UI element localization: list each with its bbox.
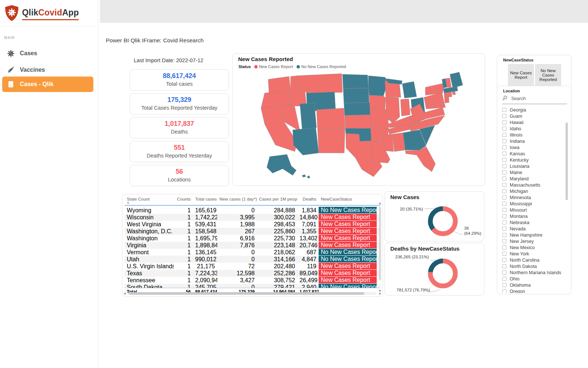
checkbox[interactable] (502, 252, 506, 256)
table-row[interactable]: Virginia11,898,8497,876223,14820,746New … (125, 242, 380, 249)
location-item-new-jersey[interactable]: New Jersey (502, 238, 568, 244)
checkbox[interactable] (502, 289, 506, 293)
map-state-indiana[interactable] (401, 99, 410, 116)
checkbox[interactable] (502, 120, 506, 124)
location-item-north-dakota[interactable]: North Dakota (502, 263, 568, 269)
column-header[interactable]: Counts (174, 196, 193, 202)
checkbox[interactable] (502, 195, 506, 199)
location-item-oklahoma[interactable]: Oklahoma (502, 282, 568, 288)
table-header-row[interactable]: State Count▼CountsTotal casesNew cases (… (125, 196, 380, 206)
checkbox[interactable] (502, 202, 506, 206)
map-state-south-dakota[interactable] (343, 88, 369, 103)
column-header[interactable]: Cases per 1M people (257, 196, 297, 202)
checkbox[interactable] (502, 177, 506, 181)
table-row[interactable]: U.S. Virgin Islands121,17572202,480119Ne… (125, 263, 380, 270)
table-row[interactable]: Texas17,224,33212,598252,28689,049New Ca… (125, 270, 380, 277)
checkbox[interactable] (502, 245, 506, 250)
scroll-up-icon[interactable] (379, 202, 381, 204)
sidebar-item-cases[interactable]: Cases (2, 47, 93, 60)
location-item-kansas[interactable]: Kansas (502, 151, 568, 157)
checkbox[interactable] (502, 139, 506, 143)
scroll-right-icon[interactable] (379, 292, 381, 295)
table-row[interactable]: Wisconsin11,742,2203,995300,02214,840New… (125, 214, 380, 221)
checkbox[interactable] (502, 233, 506, 237)
location-item-new-york[interactable]: New York (502, 251, 568, 257)
scroll-left-icon[interactable] (124, 292, 126, 295)
app-logo[interactable]: QlikCovidApp (4, 5, 79, 23)
checkbox[interactable] (502, 114, 506, 118)
location-item-oregon[interactable]: Oregon (502, 288, 568, 293)
map-state-alabama[interactable] (392, 133, 405, 152)
map-state-arizona[interactable] (293, 128, 319, 155)
sidebar-item-vaccines[interactable]: Vaccines (2, 64, 93, 76)
column-header[interactable]: Total cases (193, 196, 217, 202)
filter-button-no-new-cases[interactable]: No New Cases Reported (535, 64, 561, 86)
checkbox[interactable] (502, 264, 506, 268)
checkbox[interactable] (502, 220, 506, 224)
checkbox[interactable] (502, 227, 506, 231)
horizontal-scroll-thumb[interactable] (129, 292, 364, 295)
map-state-new-mexico[interactable] (318, 128, 345, 153)
table-row[interactable]: South Dakota1245,7050279,4212,940No New … (125, 284, 380, 288)
location-item-indiana[interactable]: Indiana (502, 138, 568, 144)
checkbox[interactable] (502, 108, 506, 112)
map-state-michigan[interactable] (402, 81, 417, 98)
location-search-input[interactable] (510, 96, 558, 102)
table-row[interactable]: Wyoming1165,6190284,8881,834No New Cases… (125, 207, 380, 214)
checkbox[interactable] (502, 145, 506, 149)
location-item-north-carolina[interactable]: North Carolina (502, 257, 568, 263)
checkbox[interactable] (502, 270, 506, 275)
column-header[interactable]: NewCaseStatus (319, 196, 377, 202)
map-state-rhode-island[interactable] (452, 91, 456, 95)
location-item-nebraska[interactable]: Nebraska (502, 219, 568, 226)
location-item-guam[interactable]: Guam (502, 113, 568, 119)
table-horizontal-scrollbar[interactable] (124, 292, 381, 295)
map-state-connecticut[interactable] (444, 92, 452, 98)
location-item-nevada[interactable]: Nevada (502, 226, 568, 232)
map-state-maine[interactable] (450, 72, 463, 88)
location-item-iowa[interactable]: Iowa (502, 144, 568, 151)
map-state-florida[interactable] (405, 146, 435, 172)
location-item-montana[interactable]: Montana (502, 213, 568, 219)
checkbox[interactable] (502, 239, 506, 243)
location-item-georgia[interactable]: Georgia (502, 107, 568, 113)
location-item-massachusetts[interactable]: Massachusetts (502, 182, 568, 188)
location-item-new-mexico[interactable]: New Mexico (502, 244, 568, 251)
checkbox[interactable] (502, 277, 506, 281)
map-state-montana[interactable] (297, 74, 343, 93)
checkbox[interactable] (502, 283, 506, 287)
location-item-missouri[interactable]: Missouri (502, 207, 568, 213)
column-header[interactable]: New cases (1 day*) (217, 196, 257, 202)
map-state-minnesota[interactable] (368, 76, 388, 96)
location-item-mississippi[interactable]: Mississippi (502, 201, 568, 207)
table-row[interactable]: Tennessee12,090,9493,427308,75226,499New… (125, 277, 380, 284)
sidebar-item-cases-qlik[interactable]: Cases - Qlik (2, 77, 93, 92)
table-vertical-scrollbar[interactable] (379, 202, 381, 292)
checkbox[interactable] (502, 214, 506, 218)
location-item-michigan[interactable]: Michigan (502, 188, 568, 194)
checkbox[interactable] (502, 133, 506, 137)
location-item-hawaii[interactable]: Hawaii (502, 119, 568, 125)
map-state-north-dakota[interactable] (343, 74, 369, 89)
table-row[interactable]: West Virginia1539,4311,988298,4537,091Ne… (125, 221, 380, 228)
location-item-maryland[interactable]: Maryland (502, 176, 568, 182)
checkbox[interactable] (502, 158, 506, 162)
filter-button-new-cases[interactable]: New Cases Report (508, 64, 534, 86)
checkbox[interactable] (502, 183, 506, 187)
location-item-minnesota[interactable]: Minnesota (502, 194, 568, 201)
checkbox[interactable] (502, 127, 506, 131)
map-state-iowa[interactable] (369, 95, 386, 109)
vertical-scroll-thumb[interactable] (379, 207, 381, 280)
column-header[interactable]: State Count▼ (125, 196, 174, 204)
table-row[interactable]: Washington11,695,7926,916225,73013,402Ne… (125, 235, 380, 242)
location-item-maine[interactable]: Maine (502, 169, 568, 176)
map-state-colorado[interactable] (316, 108, 345, 129)
checkbox[interactable] (502, 164, 506, 168)
map-state-utah[interactable] (300, 103, 316, 129)
map-state-alaska[interactable] (267, 155, 296, 176)
location-item-louisiana[interactable]: Louisiana (502, 163, 568, 169)
checkbox[interactable] (502, 258, 506, 262)
location-item-kentucky[interactable]: Kentucky (502, 157, 568, 163)
location-item-new-hampshire[interactable]: New Hampshire (502, 232, 568, 238)
map-state-hawaii[interactable] (302, 174, 306, 177)
